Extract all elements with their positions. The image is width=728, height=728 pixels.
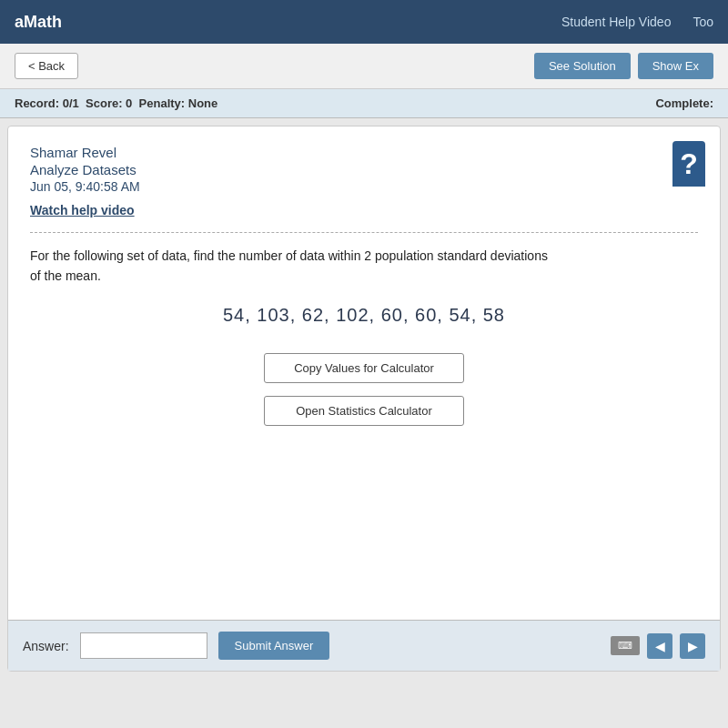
timestamp: Jun 05, 9:40:58 AM [30, 179, 698, 194]
next-button[interactable]: ▶ [680, 633, 705, 659]
record-value: 0/1 [63, 96, 79, 110]
topic-name: Analyze Datasets [30, 162, 698, 177]
open-statistics-calculator-button[interactable]: Open Statistics Calculator [264, 396, 464, 426]
sub-navigation: < Back See Solution Show Ex [0, 44, 728, 89]
show-example-button[interactable]: Show Ex [638, 53, 713, 79]
divider [30, 232, 698, 233]
question-text: For the following set of data, find the … [30, 246, 558, 287]
data-set: 54, 103, 62, 102, 60, 60, 54, 58 [30, 305, 698, 326]
sub-nav-actions: See Solution Show Ex [534, 53, 713, 79]
prev-button[interactable]: ◀ [647, 633, 672, 659]
penalty-value: None [188, 96, 218, 110]
back-button[interactable]: < Back [15, 53, 78, 79]
keyboard-icon[interactable]: ⌨ [611, 636, 640, 655]
nav-controls: ⌨ ◀ ▶ [611, 633, 705, 659]
answer-row: Answer: Submit Answer ⌨ ◀ ▶ [8, 620, 720, 671]
complete-label: Complete: [655, 96, 713, 110]
brand-name: aMath [15, 13, 62, 32]
main-content-area: ? Shamar Revel Analyze Datasets Jun 05, … [7, 126, 721, 672]
watch-help-link[interactable]: Watch help video [30, 203, 698, 217]
copy-values-button[interactable]: Copy Values for Calculator [264, 353, 464, 383]
nav-links: Student Help Video Too [561, 15, 713, 29]
answer-input[interactable] [80, 632, 207, 659]
score-value: 0 [126, 96, 132, 110]
see-solution-button[interactable]: See Solution [534, 53, 631, 79]
student-name: Shamar Revel [30, 145, 698, 160]
record-bar: Record: 0/1 Score: 0 Penalty: None Compl… [0, 89, 728, 118]
record-label: Record: 0/1 Score: 0 Penalty: None [15, 96, 217, 110]
calculator-buttons: Copy Values for Calculator Open Statisti… [30, 353, 698, 426]
submit-answer-button[interactable]: Submit Answer [218, 632, 330, 660]
tools-link[interactable]: Too [693, 15, 713, 29]
answer-label: Answer: [23, 639, 69, 653]
student-help-video-link[interactable]: Student Help Video [561, 15, 671, 29]
help-icon[interactable]: ? [672, 141, 705, 187]
top-navigation: aMath Student Help Video Too [0, 0, 728, 44]
